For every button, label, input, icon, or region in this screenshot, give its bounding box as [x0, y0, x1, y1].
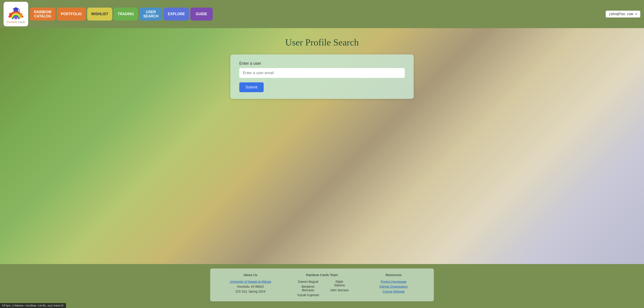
user-menu-button[interactable]: john@foo.com ▾	[606, 10, 640, 18]
nav-trading[interactable]: TRADING	[114, 7, 138, 20]
svg-rect-6	[20, 13, 22, 17]
nav-user-search[interactable]: USERSEARCH	[139, 7, 162, 20]
team-member-1: Daevin Bagcal	[298, 280, 318, 284]
footer: About Us University of Hawaii at Mānoa H…	[0, 264, 644, 308]
project-homepage-link[interactable]: Project Homepage	[380, 280, 406, 284]
team-member-5: John Serraon	[330, 288, 349, 292]
github-org-link[interactable]: GitHub Organization	[380, 285, 408, 288]
footer-card: About Us University of Hawaii at Mānoa H…	[210, 269, 434, 301]
nav-portfolio[interactable]: PORTFOLIO	[57, 7, 86, 20]
search-card: Enter a user Submit	[230, 54, 414, 99]
header: Rainbow Cards RAINBOWCATALOG PORTFOLIO W…	[0, 0, 644, 28]
team-member-3: Yuzuki Fujimoto	[297, 293, 319, 297]
footer-team-heading: Rainbow Cards Team	[306, 273, 338, 277]
footer-team: Rainbow Cards Team Daevin Bagcal Benjami…	[295, 273, 349, 297]
team-grid: Daevin Bagcal Benjamin Bercasio Yuzuki F…	[295, 280, 349, 297]
footer-resources-heading: Resources	[386, 273, 402, 277]
page-title: User Profile Search	[285, 37, 359, 48]
footer-address: Honolulu, HI 96822	[237, 285, 264, 288]
nav-explore[interactable]: EXPLORE	[164, 7, 189, 20]
status-bar: https://manoa-rainbow-cards.xyz/search	[0, 303, 66, 308]
svg-rect-7	[14, 16, 18, 19]
footer-course: ICS 314, Spring 2024	[236, 290, 266, 293]
nav-guide[interactable]: GUIDE	[190, 7, 213, 20]
footer-resources: Resources Project Homepage GitHub Organi…	[367, 273, 420, 297]
footer-about-heading: About Us	[244, 273, 258, 277]
hero-overlay: User Profile Search Enter a user Submit	[0, 28, 644, 108]
team-col-right: Elijah Saloma John Serraon	[330, 280, 349, 297]
svg-point-4	[19, 11, 20, 12]
main-content: User Profile Search Enter a user Submit	[0, 28, 644, 264]
nav-catalog[interactable]: RAINBOWCATALOG	[30, 7, 56, 20]
user-email-label: Enter a user	[239, 61, 405, 66]
team-col-left: Daevin Bagcal Benjamin Bercasio Yuzuki F…	[295, 280, 321, 297]
logo[interactable]: Rainbow Cards	[4, 2, 28, 26]
user-email-input[interactable]	[239, 68, 405, 78]
course-website-link[interactable]: Course Website	[382, 290, 404, 293]
logo-text: Rainbow Cards	[7, 20, 25, 24]
svg-rect-5	[9, 13, 12, 17]
team-member-4: Elijah Saloma	[330, 280, 349, 287]
main-nav: RAINBOWCATALOG PORTFOLIO WISHLIST TRADIN…	[30, 7, 604, 20]
nav-wishlist[interactable]: WISHLIST	[87, 7, 112, 20]
university-link[interactable]: University of Hawaii at Mānoa	[230, 280, 271, 284]
submit-button[interactable]: Submit	[239, 82, 264, 92]
footer-about: About Us University of Hawaii at Mānoa H…	[224, 273, 277, 297]
team-member-2: Benjamin Bercasio	[295, 285, 321, 292]
